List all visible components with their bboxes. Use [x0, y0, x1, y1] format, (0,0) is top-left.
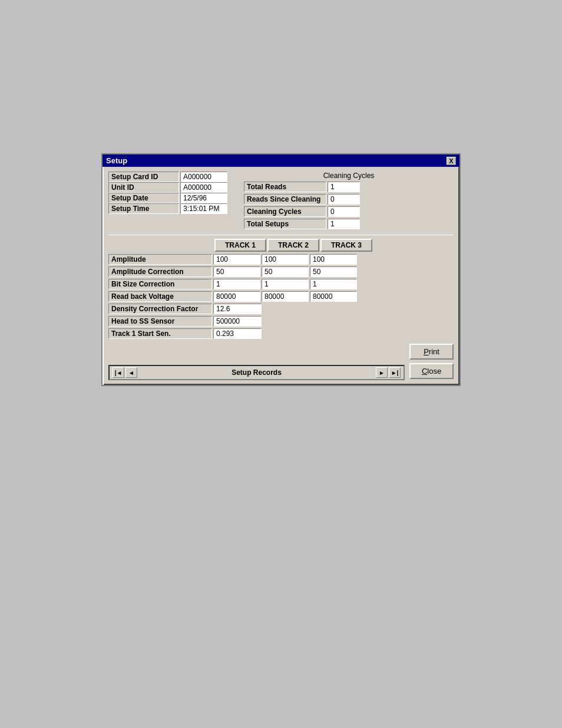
nav-next-button[interactable]: ►: [376, 367, 388, 378]
cleaning-cycles-header: Cleaning Cycles: [244, 172, 454, 180]
data-label-1: Amplitude Correction: [108, 266, 212, 277]
setup-date-row: Setup Date 12/5/96: [108, 193, 227, 203]
track2-button[interactable]: TRACK 2: [267, 239, 319, 252]
nav-last-button[interactable]: ►|: [389, 367, 401, 378]
track-data-row-2: Bit Size Correction 1 1 1: [108, 279, 454, 289]
track3-button[interactable]: TRACK 3: [320, 239, 372, 252]
data-t1-3: 80000: [213, 291, 260, 302]
single-label-1: Head to SS Sensor: [108, 316, 212, 327]
nav-wrapper: |◄ ◄ Setup Records ► ►|: [108, 365, 405, 380]
total-reads-label: Total Reads: [244, 182, 326, 192]
data-t3-0: 100: [310, 254, 357, 265]
setup-time-label: Setup Time: [108, 203, 179, 214]
single-value-0: 12.6: [213, 304, 262, 314]
separator: [233, 172, 238, 231]
track-data-row-1: Amplitude Correction 50 50 50: [108, 266, 454, 277]
single-value-2: 0.293: [213, 328, 262, 339]
reads-since-label: Reads Since Cleaning: [244, 194, 326, 205]
single-rows-container: Density Correction Factor 12.6 Head to S…: [108, 304, 454, 339]
left-fields: Setup Card ID A000000 Unit ID A000000 Se…: [108, 172, 227, 231]
data-t3-1: 50: [310, 266, 357, 277]
data-t2-1: 50: [262, 266, 309, 277]
data-label-3: Read back Voltage: [108, 291, 212, 302]
cleaning-cycles-label: Cleaning Cycles: [244, 206, 326, 217]
title-bar: Setup X: [103, 154, 459, 167]
data-t3-2: 1: [310, 279, 357, 289]
setup-time-row: Setup Time 3:15:01 PM: [108, 203, 227, 214]
single-value-1: 500000: [213, 316, 262, 327]
track-header-row: TRACK 1 TRACK 2 TRACK 3: [214, 239, 454, 252]
track-data-row-3: Read back Voltage 80000 80000 80000: [108, 291, 454, 302]
total-reads-value: 1: [328, 182, 360, 192]
total-setups-value: 1: [328, 219, 360, 229]
single-label-0: Density Correction Factor: [108, 304, 212, 314]
track1-button[interactable]: TRACK 1: [214, 239, 266, 252]
track-data-row-0: Amplitude 100 100 100: [108, 254, 454, 265]
reads-since-row: Reads Since Cleaning 0: [244, 194, 454, 205]
setup-date-value: 12/5/96: [180, 193, 227, 203]
setup-time-value: 3:15:01 PM: [180, 203, 227, 214]
data-label-0: Amplitude: [108, 254, 212, 265]
divider: [108, 235, 454, 235]
setup-card-id-label: Setup Card ID: [108, 172, 179, 182]
unit-id-label: Unit ID: [108, 182, 179, 193]
nav-label: Setup Records: [138, 368, 375, 377]
print-button[interactable]: Print: [409, 344, 454, 360]
single-data-row-1: Head to SS Sensor 500000: [108, 316, 454, 327]
close-button[interactable]: Close: [409, 363, 454, 379]
total-setups-row: Total Setups 1: [244, 219, 454, 229]
unit-id-value: A000000: [180, 182, 227, 193]
bottom-row: |◄ ◄ Setup Records ► ►| Print Close: [108, 344, 454, 380]
setup-date-label: Setup Date: [108, 193, 179, 203]
cleaning-cycles-section: Cleaning Cycles Total Reads 1 Reads Sinc…: [244, 172, 454, 231]
data-t2-0: 100: [262, 254, 309, 265]
unit-id-row: Unit ID A000000: [108, 182, 227, 193]
single-data-row-0: Density Correction Factor 12.6: [108, 304, 454, 314]
data-t2-2: 1: [262, 279, 309, 289]
close-button-titlebar[interactable]: X: [447, 157, 456, 165]
single-data-row-2: Track 1 Start Sen. 0.293: [108, 328, 454, 339]
data-rows-container: Amplitude 100 100 100 Amplitude Correcti…: [108, 254, 454, 302]
data-t2-3: 80000: [262, 291, 309, 302]
cleaning-cycles-row: Cleaning Cycles 0: [244, 206, 454, 217]
action-buttons: Print Close: [409, 344, 454, 379]
cleaning-cycles-value: 0: [328, 206, 360, 217]
reads-since-value: 0: [328, 194, 360, 205]
total-setups-label: Total Setups: [244, 219, 326, 229]
data-t3-3: 80000: [310, 291, 357, 302]
dialog-title: Setup: [106, 156, 127, 165]
nav-first-button[interactable]: |◄: [113, 367, 124, 378]
top-section: Setup Card ID A000000 Unit ID A000000 Se…: [108, 172, 454, 231]
data-t1-2: 1: [213, 279, 260, 289]
data-label-2: Bit Size Correction: [108, 279, 212, 289]
data-t1-0: 100: [213, 254, 260, 265]
setup-dialog: Setup X Setup Card ID A000000 Unit ID A0…: [101, 153, 461, 386]
single-label-2: Track 1 Start Sen.: [108, 328, 212, 339]
nav-prev-button[interactable]: ◄: [125, 367, 137, 378]
total-reads-row: Total Reads 1: [244, 182, 454, 192]
dialog-content: Setup Card ID A000000 Unit ID A000000 Se…: [103, 167, 459, 385]
nav-box: |◄ ◄ Setup Records ► ►|: [108, 365, 405, 380]
setup-card-id-row: Setup Card ID A000000: [108, 172, 227, 182]
data-t1-1: 50: [213, 266, 260, 277]
setup-card-id-value: A000000: [180, 172, 227, 182]
